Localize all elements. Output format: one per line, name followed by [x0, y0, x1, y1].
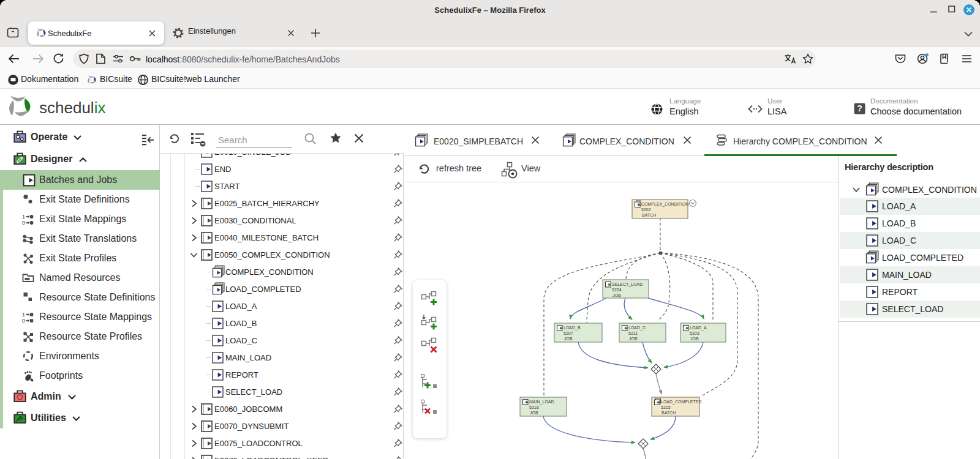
svg-text:5224: 5224	[612, 288, 622, 292]
svg-text:BATCH: BATCH	[662, 411, 676, 415]
svg-text:LOAD_COMPLETED: LOAD_COMPLETED	[661, 400, 702, 405]
svg-text:LOAD_A: LOAD_A	[690, 326, 707, 330]
svg-text:JOB: JOB	[564, 337, 573, 341]
svg-text:JOB: JOB	[629, 337, 638, 341]
svg-text:1: 1	[22, 312, 25, 318]
svg-text:LOAD_C: LOAD_C	[628, 326, 646, 330]
svg-text:0: 0	[22, 318, 25, 324]
svg-text:1: 1	[22, 214, 25, 220]
svg-text:?: ?	[857, 103, 862, 113]
svg-text:JOB: JOB	[612, 293, 621, 297]
svg-text:5215: 5215	[661, 405, 671, 409]
svg-text:MAIN_LOAD: MAIN_LOAD	[529, 400, 554, 405]
svg-text:SELECT_LOAD: SELECT_LOAD	[612, 282, 643, 287]
svg-text:5207: 5207	[564, 331, 573, 335]
svg-text:JOB: JOB	[530, 411, 538, 415]
svg-text:LOAD_B: LOAD_B	[564, 326, 581, 330]
svg-text:5202: 5202	[641, 207, 651, 212]
svg-text:0: 0	[22, 220, 25, 226]
svg-text:5211: 5211	[628, 331, 638, 335]
svg-text:BATCH: BATCH	[642, 213, 656, 217]
svg-text:5218: 5218	[529, 405, 539, 409]
svg-text:5203: 5203	[690, 331, 699, 335]
svg-text:JOB: JOB	[690, 337, 699, 341]
svg-text:COMPLEX_CONDITION: COMPLEX_CONDITION	[641, 202, 688, 207]
